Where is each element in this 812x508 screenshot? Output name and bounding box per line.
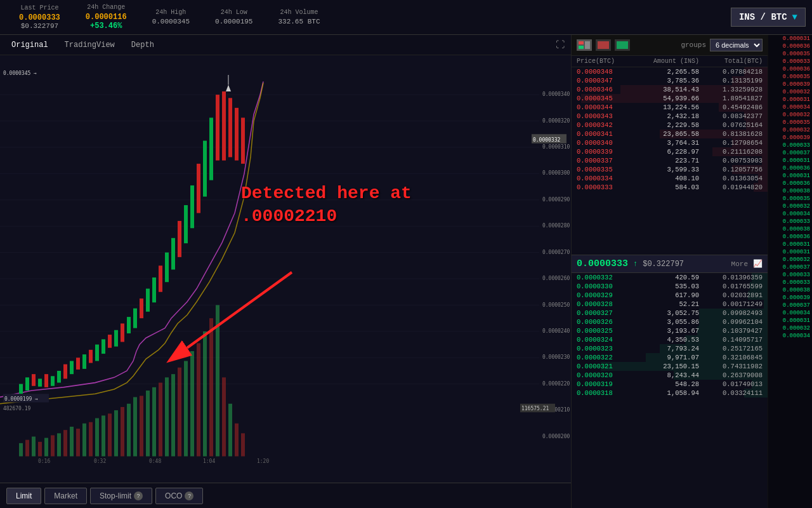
decimals-select[interactable]: 6 decimals 5 decimals 4 decimals: [710, 39, 763, 51]
buy-order-row[interactable]: 0.0000322 9,971.07 0.32106845: [572, 353, 768, 362]
buy-amount: 548.28: [634, 380, 699, 388]
sell-order-row[interactable]: 0.0000333 584.03 0.01944820: [572, 183, 768, 192]
ob-view-buys[interactable]: [615, 39, 630, 51]
svg-text:0.0000300: 0.0000300: [542, 170, 570, 176]
sell-order-row[interactable]: 0.0000339 6,228.97 0.21116208: [572, 147, 768, 156]
tab-oco[interactable]: OCO ?: [155, 488, 203, 504]
fullscreen-button[interactable]: ⛶: [556, 40, 565, 50]
sell-amount: 23,865.58: [634, 130, 699, 138]
svg-rect-64: [102, 415, 105, 456]
order-book-column-headers: Price(BTC) Amount (INS) Total(BTC): [572, 56, 768, 67]
buy-total: 0.09962104: [699, 318, 763, 326]
svg-text:0.0000310: 0.0000310: [542, 144, 570, 150]
right-price-item: 0.000036: [768, 43, 812, 50]
sell-amount: 223.71: [634, 157, 699, 164]
buy-order-row[interactable]: 0.0000327 3,052.75 0.09982493: [572, 309, 768, 318]
low-stat: 24h Low 0.0000195: [202, 9, 265, 25]
svg-text:1:20: 1:20: [257, 458, 269, 464]
main-layout: Original TradingView Depth ⛶: [0, 35, 812, 508]
sell-order-row[interactable]: 0.0000345 54,939.66 1.89541827: [572, 94, 768, 103]
right-price-item: 0.000032: [768, 324, 812, 332]
tab-stop-limit[interactable]: Stop-limit ?: [90, 488, 152, 504]
buy-amount: 3,052.75: [634, 309, 699, 317]
buy-order-row[interactable]: 0.0000318 1,058.94 0.03324111: [572, 389, 768, 398]
sell-price: 0.0000348: [577, 68, 634, 76]
current-price-value: 0.0000333: [577, 258, 628, 269]
more-link[interactable]: More: [731, 260, 748, 268]
svg-text:0.0000240: 0.0000240: [542, 328, 570, 334]
sell-order-row[interactable]: 0.0000340 3,764.31 0.12798654: [572, 138, 768, 147]
svg-text:0:32: 0:32: [94, 458, 106, 464]
right-price-item: 0.000031: [768, 35, 812, 43]
svg-rect-14: [25, 377, 29, 391]
buy-order-row[interactable]: 0.0000325 3,193.67 0.10379427: [572, 326, 768, 335]
right-price-item: 0.000037: [768, 302, 812, 309]
buy-order-row[interactable]: 0.0000326 3,055.86 0.09962104: [572, 318, 768, 326]
svg-rect-56: [51, 435, 55, 456]
col-price: Price(BTC): [577, 58, 634, 65]
sell-order-row[interactable]: 0.0000346 38,514.43 1.33259928: [572, 85, 768, 94]
svg-rect-76: [178, 368, 181, 457]
svg-rect-73: [159, 383, 162, 457]
current-price-usd: $0.322797: [643, 260, 684, 269]
right-price-item: 0.000031: [768, 96, 812, 104]
tab-market[interactable]: Market: [44, 488, 87, 504]
buy-amount: 3,193.67: [634, 327, 699, 335]
svg-rect-62: [89, 422, 93, 457]
sell-total: 0.81381628: [699, 130, 763, 138]
buy-amount: 9,971.07: [634, 354, 699, 361]
buy-order-row[interactable]: 0.0000323 7,793.24 0.25172165: [572, 344, 768, 353]
sell-price: 0.0000337: [577, 157, 634, 164]
tab-depth[interactable]: Depth: [126, 39, 159, 51]
buy-order-row[interactable]: 0.0000320 8,243.44 0.26379008: [572, 371, 768, 380]
right-price-item: 0.000032: [768, 88, 812, 96]
buy-total: 0.26379008: [699, 371, 763, 379]
buy-order-row[interactable]: 0.0000324 4,350.53 0.14095717: [572, 335, 768, 344]
pair-dropdown-arrow: ▼: [792, 12, 797, 22]
current-price-row: 0.0000333 ↑ $0.322797 More 📈: [572, 255, 768, 273]
col-total: Total(BTC): [699, 58, 763, 65]
buy-amount: 4,350.53: [634, 336, 699, 344]
buy-amount: 1,058.94: [634, 389, 699, 397]
buy-order-row[interactable]: 0.0000330 535.03 0.01765599: [572, 282, 768, 291]
sell-order-row[interactable]: 0.0000344 13,224.56 0.45492486: [572, 103, 768, 112]
sell-order-row[interactable]: 0.0000348 2,265.58 0.07884218: [572, 67, 768, 76]
buy-price: 0.0000327: [577, 309, 634, 317]
sell-order-row[interactable]: 0.0000341 23,865.58 0.81381628: [572, 130, 768, 138]
svg-rect-46: [228, 98, 232, 157]
high-label: 24h High: [155, 9, 186, 16]
sell-price: 0.0000347: [577, 77, 634, 84]
right-price-item: 0.000031: [768, 172, 812, 180]
col-amount: Amount (INS): [634, 58, 699, 65]
svg-rect-23: [82, 354, 86, 369]
oco-label: OCO: [165, 491, 182, 500]
ob-view-both[interactable]: [577, 39, 592, 51]
ob-view-sells[interactable]: [596, 39, 611, 51]
tab-tradingview[interactable]: TradingView: [60, 39, 120, 51]
sell-order-row[interactable]: 0.0000347 3,785.36 0.13135199: [572, 76, 768, 85]
pair-selector[interactable]: INS / BTC ▼: [731, 8, 806, 27]
buy-order-row[interactable]: 0.0000332 420.59 0.01396359: [572, 273, 768, 282]
tab-original[interactable]: Original: [6, 39, 53, 51]
sell-order-row[interactable]: 0.0000342 2,229.58 0.07625164: [572, 121, 768, 130]
sell-order-row[interactable]: 0.0000334 408.10 0.01363054: [572, 174, 768, 183]
sell-total: 0.07625164: [699, 121, 763, 129]
svg-rect-38: [178, 221, 181, 257]
svg-rect-32: [140, 298, 143, 318]
tab-limit[interactable]: Limit: [6, 488, 41, 504]
buy-order-row[interactable]: 0.0000328 52.21 0.00171249: [572, 300, 768, 309]
buy-order-row[interactable]: 0.0000321 23,150.15 0.74311982: [572, 362, 768, 371]
buy-price: 0.0000332: [577, 274, 634, 281]
buy-price: 0.0000318: [577, 389, 634, 397]
right-price-item: 0.000038: [768, 225, 812, 233]
sell-price: 0.0000345: [577, 95, 634, 102]
svg-text:0.0000260: 0.0000260: [542, 275, 570, 281]
sell-order-row[interactable]: 0.0000343 2,432.18 0.08342377: [572, 112, 768, 121]
svg-rect-27: [108, 335, 112, 348]
sell-order-row[interactable]: 0.0000335 3,599.33 0.12057756: [572, 165, 768, 174]
sell-order-row[interactable]: 0.0000337 223.71 0.00753903: [572, 156, 768, 165]
svg-text:1:04: 1:04: [203, 458, 215, 464]
buy-order-row[interactable]: 0.0000329 617.90 0.02032891: [572, 291, 768, 300]
buy-order-row[interactable]: 0.0000319 548.28 0.01749013: [572, 380, 768, 389]
buy-amount: 23,150.15: [634, 363, 699, 370]
